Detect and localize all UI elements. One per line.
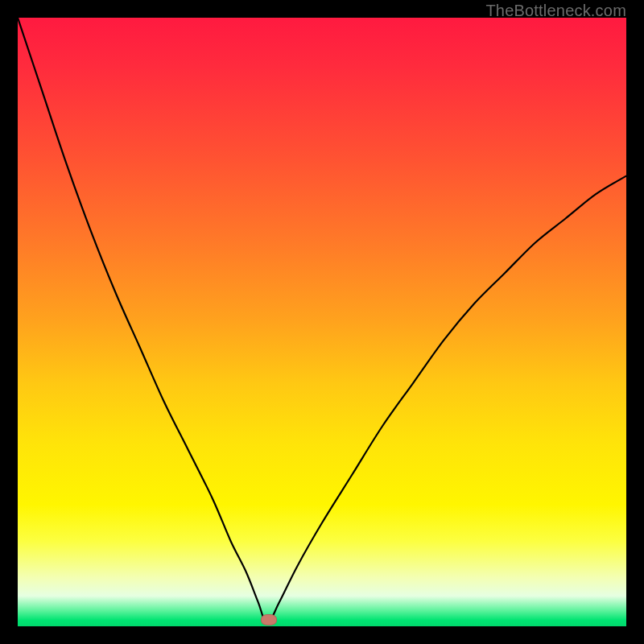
plot-area [18, 18, 626, 626]
optimal-point-marker [261, 614, 277, 625]
chart-frame: TheBottleneck.com [0, 0, 644, 644]
watermark-text: TheBottleneck.com [485, 2, 626, 20]
bottleneck-curve [18, 18, 626, 626]
